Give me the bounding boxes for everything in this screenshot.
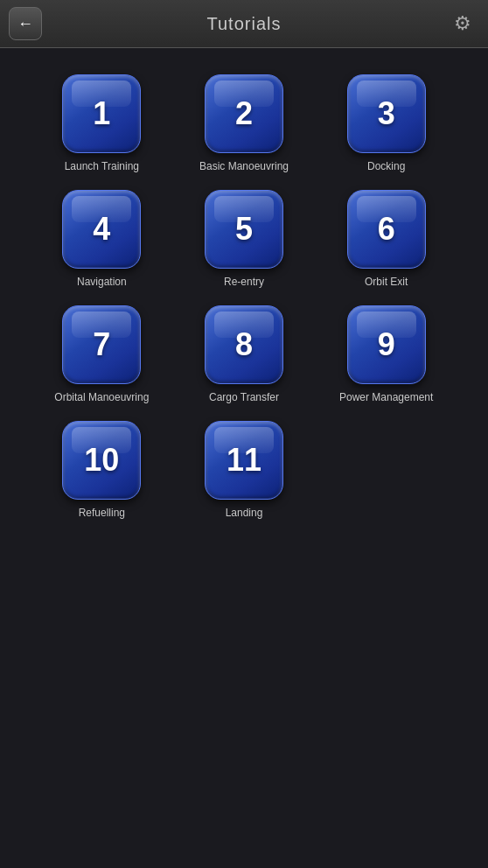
tutorial-label-3: Docking [367,160,405,172]
tutorial-item-3[interactable]: 3Docking [328,74,444,172]
tutorial-button-6[interactable]: 6 [347,190,426,269]
tutorial-button-4[interactable]: 4 [62,190,141,269]
tutorial-button-3[interactable]: 3 [347,74,426,153]
back-button[interactable]: ← [9,7,42,40]
tutorial-button-1[interactable]: 1 [62,74,141,153]
tutorial-number-8: 8 [235,326,253,363]
tutorial-item-10[interactable]: 10Refuelling [44,421,160,519]
tutorial-number-6: 6 [378,211,395,248]
tutorial-label-8: Cargo Transfer [209,391,279,403]
tutorial-label-7: Orbital Manoeuvring [54,391,149,403]
tutorial-button-9[interactable]: 9 [347,305,426,384]
back-icon: ← [17,15,33,33]
gear-icon: ⚙ [454,12,471,35]
tutorial-label-10: Refuelling [79,507,125,519]
tutorial-item-1[interactable]: 1Launch Training [44,74,160,172]
tutorial-item-4[interactable]: 4Navigation [44,190,160,288]
settings-button[interactable]: ⚙ [446,7,479,40]
tutorial-button-7[interactable]: 7 [62,305,141,384]
tutorial-button-10[interactable]: 10 [62,421,141,500]
tutorial-label-4: Navigation [77,276,127,288]
tutorial-item-8[interactable]: 8Cargo Transfer [186,305,303,403]
tutorial-grid: 1Launch Training2Basic Manoeuvring3Docki… [0,48,488,545]
tutorial-label-11: Landing [226,507,263,519]
tutorial-number-7: 7 [93,326,110,363]
tutorial-item-2[interactable]: 2Basic Manoeuvring [186,74,303,172]
tutorial-button-8[interactable]: 8 [205,305,283,384]
tutorial-number-2: 2 [235,95,253,132]
tutorial-number-3: 3 [378,95,395,132]
page-title: Tutorials [207,14,282,34]
tutorial-item-5[interactable]: 5Re-entry [186,190,303,288]
tutorial-button-11[interactable]: 11 [205,421,283,500]
tutorial-label-6: Orbit Exit [365,276,408,288]
tutorial-button-5[interactable]: 5 [205,190,283,269]
tutorial-label-2: Basic Manoeuvring [199,160,289,172]
tutorial-item-6[interactable]: 6Orbit Exit [328,190,444,288]
app-header: ← Tutorials ⚙ [0,0,488,48]
tutorial-button-2[interactable]: 2 [205,74,283,153]
tutorial-number-9: 9 [378,326,395,363]
tutorial-number-11: 11 [227,442,261,479]
tutorial-number-4: 4 [93,211,110,248]
tutorial-item-7[interactable]: 7Orbital Manoeuvring [44,305,160,403]
tutorial-label-1: Launch Training [65,160,139,172]
tutorial-item-11[interactable]: 11Landing [186,421,303,519]
tutorial-number-5: 5 [235,211,253,248]
tutorial-label-5: Re-entry [224,276,264,288]
tutorial-label-9: Power Management [339,391,433,403]
tutorial-item-9[interactable]: 9Power Management [328,305,444,403]
tutorial-number-1: 1 [93,95,110,132]
tutorial-number-10: 10 [84,442,119,479]
